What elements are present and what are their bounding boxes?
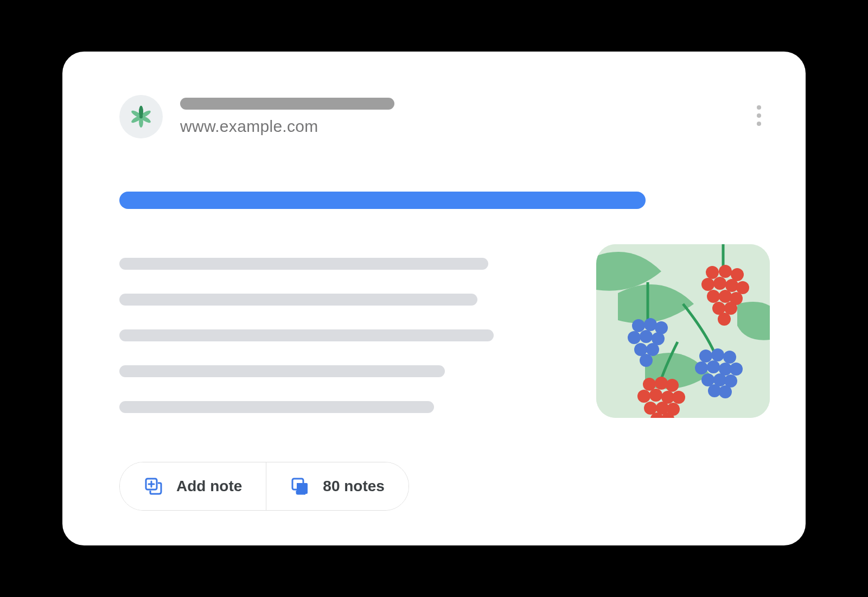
svg-point-13 xyxy=(713,277,726,290)
description-line xyxy=(119,258,488,270)
svg-point-43 xyxy=(643,378,656,391)
svg-point-26 xyxy=(640,330,653,343)
description-line xyxy=(119,294,477,306)
svg-point-22 xyxy=(632,319,645,332)
svg-point-25 xyxy=(628,331,641,344)
result-title-placeholder[interactable] xyxy=(119,192,646,209)
svg-point-31 xyxy=(699,350,712,363)
svg-point-47 xyxy=(649,389,662,402)
leaf-icon xyxy=(127,103,155,130)
svg-point-35 xyxy=(707,360,720,373)
site-name-placeholder xyxy=(180,98,394,110)
svg-point-49 xyxy=(672,391,685,404)
dot-icon xyxy=(757,105,761,110)
header-text: www.example.com xyxy=(180,98,394,136)
description-line xyxy=(119,329,494,341)
dot-icon xyxy=(757,122,761,126)
svg-point-50 xyxy=(644,402,657,415)
svg-point-42 xyxy=(719,385,732,398)
svg-point-12 xyxy=(701,278,714,291)
more-options-button[interactable] xyxy=(748,105,770,126)
dot-icon xyxy=(757,113,761,118)
svg-point-34 xyxy=(695,361,708,374)
result-thumbnail xyxy=(596,244,770,418)
svg-point-32 xyxy=(711,348,724,361)
result-description xyxy=(119,258,510,413)
svg-point-29 xyxy=(646,343,659,356)
svg-point-7 xyxy=(139,106,143,118)
svg-point-21 xyxy=(718,313,731,326)
svg-point-14 xyxy=(725,279,738,292)
search-result-card: www.example.com xyxy=(62,52,806,545)
svg-point-37 xyxy=(730,363,743,376)
notes-count-label: 80 notes xyxy=(323,478,385,495)
site-url: www.example.com xyxy=(180,117,394,136)
berries-icon xyxy=(596,244,770,418)
notes-icon xyxy=(290,477,310,496)
notes-action-bar: Add note 80 notes xyxy=(119,462,409,511)
result-header: www.example.com xyxy=(119,95,394,138)
svg-point-38 xyxy=(701,373,714,386)
svg-point-44 xyxy=(655,377,668,390)
svg-point-10 xyxy=(719,265,732,278)
site-favicon xyxy=(119,95,163,138)
add-note-icon xyxy=(144,477,163,496)
add-note-button[interactable]: Add note xyxy=(120,462,266,510)
svg-point-45 xyxy=(666,379,679,392)
svg-point-33 xyxy=(723,351,736,364)
add-note-label: Add note xyxy=(176,478,242,495)
svg-point-16 xyxy=(707,290,720,303)
svg-point-9 xyxy=(706,266,719,279)
svg-point-15 xyxy=(736,281,749,294)
description-line xyxy=(119,401,434,413)
description-line xyxy=(119,365,445,377)
view-notes-button[interactable]: 80 notes xyxy=(266,462,409,510)
svg-point-17 xyxy=(719,290,732,303)
svg-point-20 xyxy=(724,302,737,315)
svg-point-30 xyxy=(640,354,653,367)
svg-point-46 xyxy=(637,390,650,403)
